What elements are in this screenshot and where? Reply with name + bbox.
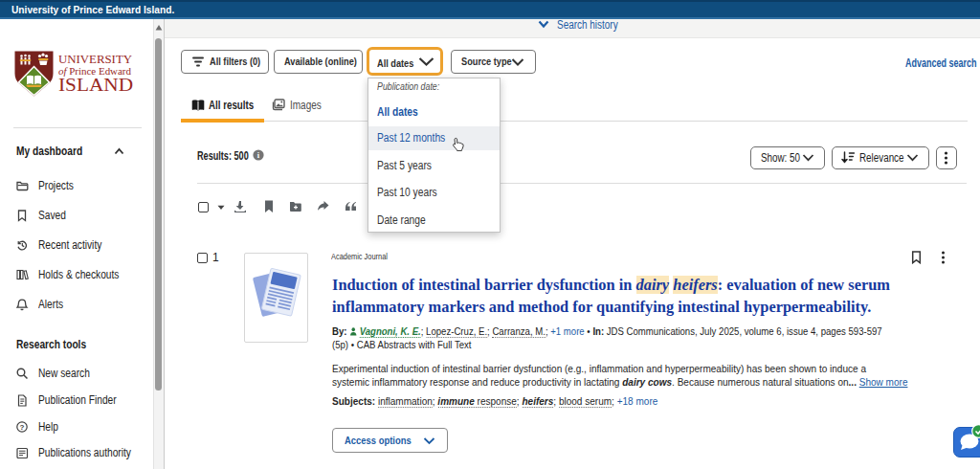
- svg-text:?: ?: [20, 423, 25, 432]
- svg-text:UNIVERSITY: UNIVERSITY: [58, 54, 133, 65]
- svg-text:ISLAND: ISLAND: [58, 75, 133, 93]
